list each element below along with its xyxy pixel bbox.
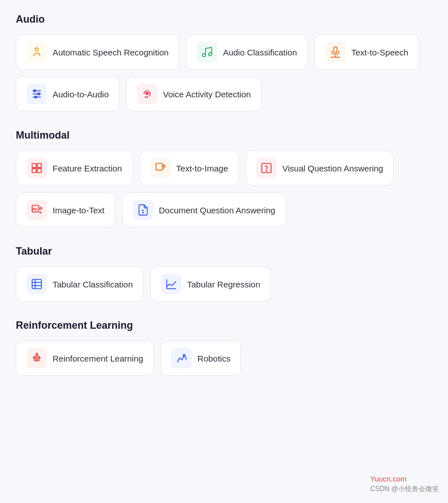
section-title-audio: Audio — [16, 14, 432, 25]
robotics-icon — [171, 348, 192, 368]
chips-grid-tabular: Tabular ClassificationTabular Regression — [16, 266, 432, 302]
audio-audio-icon — [27, 84, 47, 104]
audio-cls-icon — [197, 42, 217, 62]
main-container: AudioAutomatic Speech RecognitionAudio C… — [16, 14, 432, 376]
section-multimodal: MultimodalFeature ExtractionText-to-Imag… — [16, 130, 432, 227]
chip-tab-reg[interactable]: Tabular Regression — [150, 266, 271, 302]
tab-cls-label: Tabular Classification — [53, 280, 133, 289]
section-title-tabular: Tabular — [16, 246, 432, 257]
chip-vqa[interactable]: Visual Question Answering — [245, 151, 394, 186]
tab-reg-label: Tabular Regression — [187, 280, 260, 289]
asr-icon — [27, 42, 47, 62]
dqa-icon — [133, 200, 153, 220]
chip-rl-item[interactable]: Reinforcement Learning — [16, 341, 154, 376]
tts-label: Text-to-Speech — [351, 48, 408, 57]
section-title-multimodal: Multimodal — [16, 130, 432, 141]
chip-audio-cls[interactable]: Audio Classification — [186, 35, 308, 70]
text-img-label: Text-to-Image — [176, 164, 229, 173]
tab-cls-icon — [27, 274, 47, 294]
chip-feat-ext[interactable]: Feature Extraction — [16, 151, 133, 186]
chip-robotics[interactable]: Robotics — [161, 341, 241, 376]
chips-grid-audio: Automatic Speech RecognitionAudio Classi… — [16, 35, 432, 111]
vad-label: Voice Activity Detection — [163, 89, 251, 99]
section-rl: Reinforcement LearningReinforcement Lear… — [16, 320, 432, 376]
vqa-icon — [256, 158, 277, 178]
chip-text-img[interactable]: Text-to-Image — [140, 151, 239, 186]
text-img-icon — [150, 158, 171, 178]
section-title-rl: Reinforcement Learning — [16, 320, 432, 332]
vqa-label: Visual Question Answering — [282, 164, 383, 173]
chip-tab-cls[interactable]: Tabular Classification — [16, 266, 144, 302]
robotics-label: Robotics — [197, 354, 230, 363]
chip-dqa[interactable]: Document Question Answering — [122, 192, 286, 227]
section-audio: AudioAutomatic Speech RecognitionAudio C… — [16, 14, 432, 111]
chip-audio-audio[interactable]: Audio-to-Audio — [16, 76, 119, 111]
feat-ext-icon — [27, 158, 47, 178]
chip-tts[interactable]: Text-to-Speech — [315, 35, 419, 70]
audio-cls-label: Audio Classification — [223, 48, 297, 57]
chip-asr[interactable]: Automatic Speech Recognition — [16, 35, 179, 70]
audio-audio-label: Audio-to-Audio — [53, 89, 109, 99]
chips-grid-rl: Reinforcement LearningRobotics — [16, 341, 432, 376]
section-tabular: TabularTabular ClassificationTabular Reg… — [16, 246, 432, 302]
rl-item-icon — [27, 348, 47, 368]
chip-vad[interactable]: Voice Activity Detection — [126, 76, 261, 111]
feat-ext-label: Feature Extraction — [53, 164, 122, 173]
chips-grid-multimodal: Feature ExtractionText-to-ImageVisual Qu… — [16, 151, 432, 227]
img-text-icon — [27, 200, 47, 220]
vad-icon — [137, 84, 157, 104]
asr-label: Automatic Speech Recognition — [53, 48, 169, 57]
dqa-label: Document Question Answering — [159, 205, 275, 215]
watermark: Yuucn.com CSDN @小怪兽会微笑 — [370, 475, 439, 494]
chip-img-text[interactable]: Image-to-Text — [16, 192, 115, 227]
watermark2-text: CSDN @小怪兽会微笑 — [370, 484, 439, 494]
tab-reg-icon — [161, 274, 182, 294]
tts-icon — [325, 42, 346, 62]
img-text-label: Image-to-Text — [53, 205, 105, 215]
rl-item-label: Reinforcement Learning — [53, 354, 143, 363]
watermark-text: Yuucn.com — [370, 475, 439, 483]
